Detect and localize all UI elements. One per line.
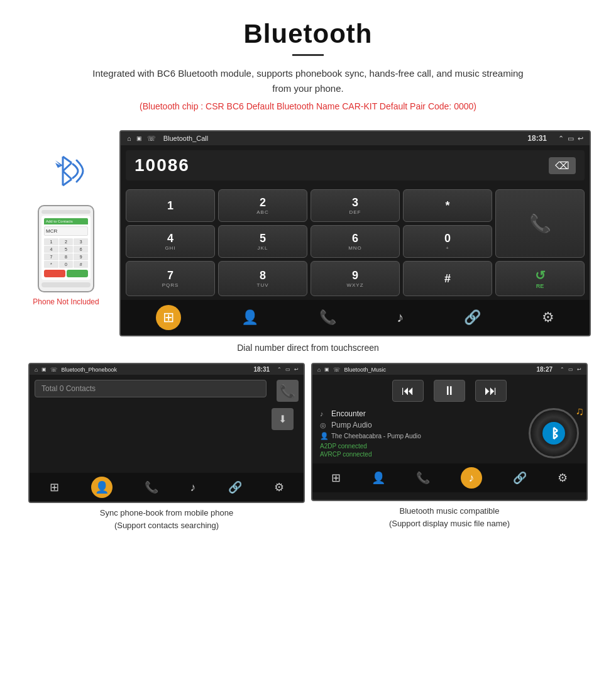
dial-caption: Dial number direct from touchscreen (0, 343, 616, 353)
key-hash[interactable]: # (403, 261, 492, 296)
phonebook-title: Bluetooth_Phonebook (61, 367, 117, 373)
dialer-number: 10086 (135, 155, 190, 175)
mu-link-icon[interactable]: 🔗 (513, 471, 527, 485)
mu-settings-icon[interactable]: ⚙ (558, 471, 568, 485)
pb-keypad-icon[interactable]: ⊞ (50, 480, 59, 494)
home-icon: ⌂ (127, 135, 131, 142)
pb-back-icon: ↩ (294, 367, 299, 372)
pb-settings-icon[interactable]: ⚙ (274, 480, 284, 494)
bt-info: (Bluetooth chip : CSR BC6 Default Blueto… (25, 101, 591, 111)
dialer-status-bar: ⌂ ▣ ☏ Bluetooth_Call 18:31 ⌃ ▭ ↩ (121, 131, 590, 145)
contacts-search-box[interactable]: Total 0 Contacts (35, 380, 267, 397)
next-button[interactable]: ⏭ (475, 380, 507, 402)
track-details: ♪ Encounter ◎ Pump Audio 👤 The Cheebacab… (320, 408, 524, 458)
dialer-display: 10086 ⌫ (126, 150, 585, 180)
key-star[interactable]: * (403, 189, 492, 222)
pb-home-icon: ⌂ (35, 367, 38, 373)
phone-not-included-label: Phone Not Included (33, 297, 99, 306)
pb-contacts-icon[interactable]: 👤 (91, 477, 113, 498)
contacts-nav-icon[interactable]: 👤 (241, 309, 258, 326)
contacts-placeholder: Total 0 Contacts (41, 384, 96, 393)
call-contact-button[interactable]: 📞 (277, 380, 299, 402)
dialer-screen: ⌂ ▣ ☏ Bluetooth_Call 18:31 ⌃ ▭ ↩ 10086 ⌫… (119, 130, 591, 336)
music-panel: ⌂ ▣ ☏ Bluetooth_Music 18:27 ⌃ ▭ ↩ ⏮ ⏸ ⏭ (311, 363, 588, 534)
phone-graphic: Add to Contacts MCR 123 456 789 *0# Phon… (25, 130, 107, 306)
avrcp-status: AVRCP connected (320, 451, 524, 458)
mu-expand-icon: ⌃ (560, 367, 564, 372)
mu-signal-icon: ▣ (324, 367, 329, 372)
pb-expand-icon: ⌃ (277, 367, 282, 372)
link-nav-icon[interactable]: 🔗 (464, 309, 481, 326)
screen-title-dial: Bluetooth_Call (163, 135, 209, 142)
window-icon: ▭ (568, 135, 574, 143)
music-time: 18:27 (536, 366, 553, 373)
pb-calls-icon[interactable]: 📞 (145, 480, 158, 494)
music-status-bar: ⌂ ▣ ☏ Bluetooth_Music 18:27 ⌃ ▭ ↩ (312, 364, 586, 375)
key-4[interactable]: 4GHI (126, 225, 215, 258)
subtitle: Integrated with BC6 Bluetooth module, su… (88, 66, 528, 96)
key-6[interactable]: 6MNO (311, 225, 400, 258)
mu-phone-icon: ☏ (333, 367, 340, 373)
phone-status-icon: ☏ (147, 135, 156, 143)
page-title: Bluetooth (25, 19, 591, 49)
title-divider (292, 54, 324, 56)
phonebook-bottom-bar: ⊞ 👤 📞 ♪ 🔗 ⚙ (30, 473, 304, 502)
person-icon: 👤 (320, 432, 327, 440)
dialer-bottom-bar: ⊞ 👤 📞 ♪ 🔗 ⚙ (121, 300, 590, 335)
pb-phone-icon: ☏ (50, 367, 57, 373)
svg-line-4 (63, 179, 72, 185)
svg-line-3 (63, 171, 72, 179)
mu-window-icon: ▭ (568, 367, 573, 372)
phonebook-caption: Sync phone-book from mobile phone (Suppo… (28, 507, 305, 531)
mu-calls-icon[interactable]: 📞 (416, 471, 430, 485)
mu-contacts-icon[interactable]: 👤 (371, 471, 385, 485)
signal-icon: ▣ (136, 135, 142, 141)
keypad-grid: 1 2ABC 3DEF * 📞 4GHI 5JKL 6MNO (121, 185, 590, 300)
prev-button[interactable]: ⏮ (392, 380, 424, 402)
key-9[interactable]: 9WXYZ (311, 261, 400, 296)
pb-link-icon[interactable]: 🔗 (228, 480, 242, 494)
nav-icons: ⌃ ▭ ↩ (558, 135, 583, 143)
phonebook-status-bar: ⌂ ▣ ☏ Bluetooth_Phonebook 18:31 ⌃ ▭ ↩ (30, 364, 304, 375)
phonebook-screen: ⌂ ▣ ☏ Bluetooth_Phonebook 18:31 ⌃ ▭ ↩ To… (28, 363, 305, 503)
settings-nav-icon[interactable]: ⚙ (542, 309, 554, 326)
play-pause-button[interactable]: ⏸ (434, 380, 465, 402)
bt-signal-icon (44, 149, 88, 199)
svg-marker-5 (55, 160, 63, 168)
album-name: Pump Audio (331, 421, 372, 429)
bottom-panels: ⌂ ▣ ☏ Bluetooth_Phonebook 18:31 ⌃ ▭ ↩ To… (0, 363, 616, 534)
key-0[interactable]: 0+ (403, 225, 492, 258)
key-8[interactable]: 8TUV (218, 261, 307, 296)
key-2[interactable]: 2ABC (218, 189, 307, 222)
download-contacts-button[interactable]: ⬇ (272, 408, 294, 430)
phonebook-time: 18:31 (253, 366, 270, 373)
music-nav-icon[interactable]: ♪ (397, 309, 404, 326)
album-row: ◎ Pump Audio (320, 419, 524, 431)
music-bottom-bar: ⊞ 👤 📞 ♪ 🔗 ⚙ (312, 463, 586, 492)
track-name-row: ♪ Encounter (320, 408, 524, 419)
key-7[interactable]: 7PQRS (126, 261, 215, 296)
vinyl-graphic: ♫ (529, 408, 579, 458)
calls-nav-icon[interactable]: 📞 (319, 309, 336, 326)
back-icon: ↩ (578, 135, 583, 143)
phonebook-content: Total 0 Contacts 📞 ⬇ (30, 375, 304, 473)
music-notes: ♫ (576, 405, 585, 418)
mu-back-icon: ↩ (577, 367, 581, 372)
artist-row: 👤 The Cheebacabra - Pump Audio (320, 431, 524, 441)
main-screen-section: Add to Contacts MCR 123 456 789 *0# Phon… (0, 130, 616, 336)
page-header: Bluetooth Integrated with BC6 Bluetooth … (0, 0, 616, 130)
key-1[interactable]: 1 (126, 189, 215, 222)
call-button[interactable]: 📞 (495, 189, 585, 258)
mu-music-icon[interactable]: ♪ (461, 467, 482, 489)
a2dp-status: A2DP connected (320, 443, 524, 450)
key-5[interactable]: 5JKL (218, 225, 307, 258)
keypad-nav-icon[interactable]: ⊞ (156, 305, 181, 330)
redial-button[interactable]: ↺ RE (495, 261, 585, 296)
pb-music-icon[interactable]: ♪ (190, 481, 196, 494)
svg-line-2 (63, 163, 72, 171)
artist-name: The Cheebacabra - Pump Audio (331, 433, 421, 440)
mu-keypad-icon[interactable]: ⊞ (331, 471, 341, 485)
backspace-button[interactable]: ⌫ (549, 157, 576, 174)
key-3[interactable]: 3DEF (311, 189, 400, 222)
disc-icon: ◎ (320, 421, 327, 429)
